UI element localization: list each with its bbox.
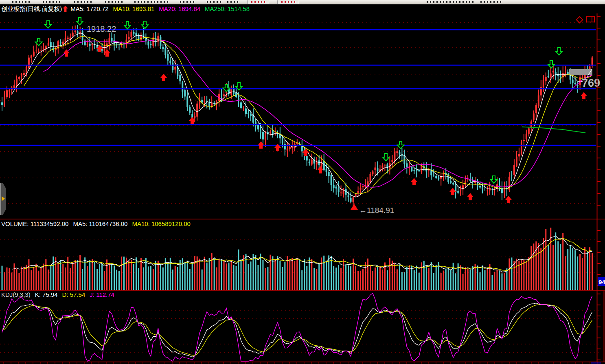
volume-badge-text: 94 (598, 278, 605, 285)
volume-panel-header: VOLUME: 111334592.00 MA5: 110164736.00 M… (1, 220, 195, 227)
volume-bars (2, 228, 592, 290)
sell-arrow-icon (45, 21, 51, 28)
trough-annotation: ←1184.91 (359, 206, 394, 215)
buy-arrow-icon (160, 74, 167, 81)
instrument-title: 创业板指(日线.前复权) (1, 5, 62, 12)
kdj-j-line (2, 293, 592, 361)
ma10-value: MA10: 1693.81 (113, 5, 155, 12)
price-ma-lines (12, 33, 592, 197)
kdj-lines (2, 293, 592, 361)
ma5-line (12, 33, 592, 197)
kdj-panel-header: KDJ(9,3,3) K: 75.94 D: 57.54 J: 112.74 (1, 291, 119, 298)
sell-arrow-icon (491, 176, 497, 183)
sell-arrow-icon (397, 141, 404, 149)
buy-arrow-icon (317, 166, 324, 173)
kdj-j-value: J: 112.74 (90, 291, 114, 298)
trading-app-window: 1918.22←1184.9176994 创业板指(日线.前复权) MA5: 1… (0, 0, 605, 364)
kdj-k-line (2, 303, 592, 357)
peak-annotation: 1918.22 (87, 24, 116, 33)
expand-arrow-icon (2, 196, 5, 201)
buy-arrow-icon (505, 196, 512, 203)
chart-canvas[interactable]: 1918.22←1184.9176994 (0, 0, 605, 364)
trough-marker-icon (351, 204, 358, 210)
sell-arrow-icon (77, 18, 83, 25)
split-window-icon[interactable] (586, 16, 595, 22)
kdj-d-value: D: 57.54 (62, 291, 85, 298)
ma10-line (24, 37, 592, 194)
ma250-value: MA250: 1514.58 (205, 5, 250, 12)
axes (0, 13, 605, 364)
sell-arrow-icon (383, 153, 389, 161)
up-arrow-icon (63, 6, 68, 12)
buy-arrow-icon (467, 193, 473, 200)
signal-arrows (35, 18, 587, 203)
ma20-line (44, 40, 592, 187)
ma5-value: MA5: 1720.72 (70, 5, 108, 12)
ma20-value: MA20: 1694.84 (159, 5, 200, 12)
volume-ma5-value: MA5: 110164736.00 (73, 220, 127, 227)
kdj-k-value: K: 75.94 (35, 291, 58, 298)
sidebar-expand-handle[interactable] (0, 183, 6, 215)
volume-ma10-value: MA10: 106589120.00 (132, 220, 190, 227)
sell-arrow-icon (124, 22, 131, 29)
kdj-name: KDJ(9,3,3) (1, 291, 31, 298)
sell-arrow-icon (556, 48, 562, 55)
price-annotations: 1918.22←1184.91769 (87, 24, 600, 215)
split-window-divider (592, 17, 592, 22)
volume-value: VOLUME: 111334592.00 (1, 220, 68, 227)
buy-arrow-icon (581, 92, 587, 99)
price-gridlines (0, 22, 603, 353)
kdj-d-line (2, 305, 592, 355)
buy-arrow-icon (411, 178, 417, 185)
buy-arrow-icon (274, 144, 281, 151)
blue-level-lines (0, 30, 596, 145)
price-panel-header: 创业板指(日线.前复权) MA5: 1720.72 MA10: 1693.81 … (1, 5, 254, 12)
volume-axis-badge: 94 (598, 277, 605, 286)
volume-ma-lines (12, 236, 592, 272)
candles-layer (1, 25, 593, 207)
volume-ma5-line (12, 236, 592, 272)
